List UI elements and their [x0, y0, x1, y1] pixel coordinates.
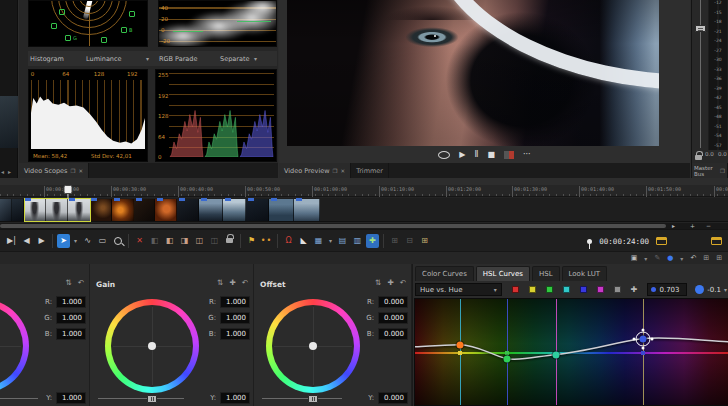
curve-mode-dropdown[interactable]: Hue vs. Hue ▾ [415, 283, 502, 296]
rgb-value-field[interactable]: 1.000 [56, 296, 86, 308]
scroll-right-button[interactable]: ▸ [672, 222, 675, 229]
y-value-field[interactable]: 1.000 [220, 392, 250, 404]
zoom-tool-button[interactable] [111, 234, 124, 248]
wheel-recenter-icon[interactable]: ✚ [229, 278, 235, 287]
paste-button[interactable]: ⊞ [418, 234, 431, 248]
pause-button[interactable]: Ⅱ [475, 151, 479, 159]
clip-thumbnail[interactable] [12, 199, 24, 221]
rectangle-select-button[interactable]: ▭ [96, 234, 109, 248]
ripple-edit-button[interactable]: ▦ [312, 234, 325, 248]
rgb-value-field[interactable]: 1.000 [220, 328, 250, 340]
wheel-reset-icon[interactable]: ↶ [400, 278, 406, 287]
clip-thumbnail[interactable] [246, 199, 269, 221]
histogram-mode-dropdown[interactable]: Luminance [86, 55, 122, 63]
tab-video-preview[interactable]: Video Preview❐✕ [279, 163, 351, 178]
next-frame-button[interactable]: ▶ [35, 234, 48, 248]
cursor-timecode[interactable]: 00:00:24:00 [599, 237, 649, 246]
color-wheel-ring[interactable] [0, 299, 29, 393]
zoom-in-button[interactable]: + [690, 222, 695, 229]
tab-video-scopes[interactable]: Video Scopes ❐ ✕ [19, 163, 89, 178]
stop-button[interactable]: ■ [487, 151, 495, 159]
paste-attributes-button[interactable]: ⊟ [403, 234, 416, 248]
hue-swatch-1[interactable] [529, 286, 536, 293]
pin-icon[interactable] [587, 239, 592, 244]
hue-swatch-0[interactable] [512, 286, 519, 293]
clip-thumbnail[interactable] [177, 199, 199, 221]
ripple-edit-caret[interactable]: ▾ [327, 234, 334, 248]
wheel-options-icon[interactable]: ⇅ [375, 278, 381, 287]
hue-swatch-6[interactable] [614, 286, 621, 293]
delete-button[interactable]: ✕ [133, 234, 146, 248]
wheel-reset-icon[interactable]: ↶ [242, 278, 248, 287]
chevron-down-icon[interactable]: ▾ [146, 55, 149, 62]
shift-field[interactable]: -0.1 ▾ [695, 285, 727, 294]
clip-thumbnail[interactable] [223, 199, 246, 221]
close-icon[interactable]: ✕ [341, 168, 346, 174]
slip-button[interactable]: ◫ [208, 234, 221, 248]
snap-button[interactable]: Ω [282, 234, 295, 248]
luminance-slider-track[interactable] [0, 398, 38, 399]
scrollbar-thumb[interactable] [0, 224, 666, 228]
group-button[interactable]: ▤ [336, 234, 349, 248]
go-to-end-button[interactable]: ▶| [5, 234, 18, 248]
volume-fader-handle[interactable] [695, 25, 706, 32]
move-point-icon[interactable]: ✚ [631, 285, 638, 294]
timeline-ruler[interactable]: 00:00:20:0000:00:30:0000:00:40:0000:00:5… [0, 185, 728, 197]
curve-anchor-square[interactable] [641, 351, 645, 355]
tab-scroll-arrows[interactable]: ◂ ▸ [1, 168, 12, 175]
auto-crossfade-button[interactable]: ◣ [297, 234, 310, 248]
rgb-value-field[interactable]: 0.000 [378, 296, 408, 308]
hue-swatch-2[interactable] [546, 286, 553, 293]
clip-thumbnail[interactable] [68, 199, 91, 221]
chevron-down-icon[interactable]: ▾ [254, 55, 257, 62]
wheel-center-handle[interactable] [148, 342, 156, 350]
copy-grade-button[interactable]: ⊞ [716, 255, 722, 262]
copy-snapshot-button[interactable]: ⊞ [388, 234, 401, 248]
tab-look-lut[interactable]: Look LUT [562, 266, 608, 281]
clip-thumbnail[interactable] [91, 199, 112, 221]
pan-crop-caret[interactable]: ▾ [644, 256, 647, 262]
zoom-out-button[interactable]: − [706, 222, 711, 229]
normal-edit-button[interactable]: ◧ [148, 234, 161, 248]
parade-mode-dropdown[interactable]: Separate [220, 55, 249, 63]
clip-thumbnail[interactable] [294, 199, 320, 221]
insert-marker-button[interactable]: ⚑ [245, 234, 258, 248]
color-wheel-ring[interactable] [266, 299, 360, 393]
curve-control-point[interactable] [457, 342, 464, 349]
insert-region-button[interactable]: •• [260, 234, 273, 248]
close-icon[interactable]: ✕ [78, 168, 83, 174]
playhead[interactable] [64, 185, 73, 194]
hue-swatch-4[interactable] [580, 286, 587, 293]
hue-swatch-3[interactable] [563, 286, 570, 293]
pan-crop-button[interactable]: ▣ [631, 255, 638, 262]
loop-playback-button[interactable] [438, 151, 450, 159]
color-sample-button[interactable]: ● [667, 255, 673, 262]
lock-button[interactable] [223, 234, 236, 248]
hue-swatch-5[interactable] [597, 286, 604, 293]
tab-master-bus[interactable]: Master Bus ❐ [692, 163, 728, 178]
rgb-value-field[interactable]: 1.000 [220, 312, 250, 324]
rgb-value-field[interactable]: 1.000 [220, 296, 250, 308]
reset-grading-button[interactable]: ↶ [690, 255, 696, 262]
split-screen-view-button[interactable] [504, 151, 514, 159]
previous-frame-button[interactable]: ◀ [20, 234, 33, 248]
y-value-field[interactable]: 0.000 [378, 392, 408, 404]
clip-thumbnail[interactable] [24, 199, 46, 221]
eyedropper-button[interactable]: ✎ [654, 255, 660, 262]
tab-color-curves[interactable]: Color Curves [415, 266, 474, 281]
selection-tool-button[interactable]: ➤ [57, 234, 70, 248]
video-track[interactable] [0, 198, 728, 222]
loop-region-start-icon[interactable] [656, 237, 667, 245]
curve-anchor-square[interactable] [458, 351, 462, 355]
smoothness-field[interactable]: 0.703 [647, 283, 687, 296]
rgb-value-field[interactable]: 1.000 [56, 328, 86, 340]
rgb-value-field[interactable]: 0.000 [378, 328, 408, 340]
hue-curve-editor[interactable] [414, 298, 728, 406]
clip-thumbnail[interactable] [134, 199, 155, 221]
play-button[interactable]: ▶ [459, 151, 465, 159]
tab-hsl-curves[interactable]: HSL Curves [476, 266, 530, 281]
tab-trimmer[interactable]: Trimmer [351, 163, 389, 178]
luminance-slider-handle[interactable] [308, 395, 318, 403]
windowed-icon[interactable]: ❐ [333, 168, 338, 174]
envelope-lock-button[interactable]: ▥ [351, 234, 364, 248]
